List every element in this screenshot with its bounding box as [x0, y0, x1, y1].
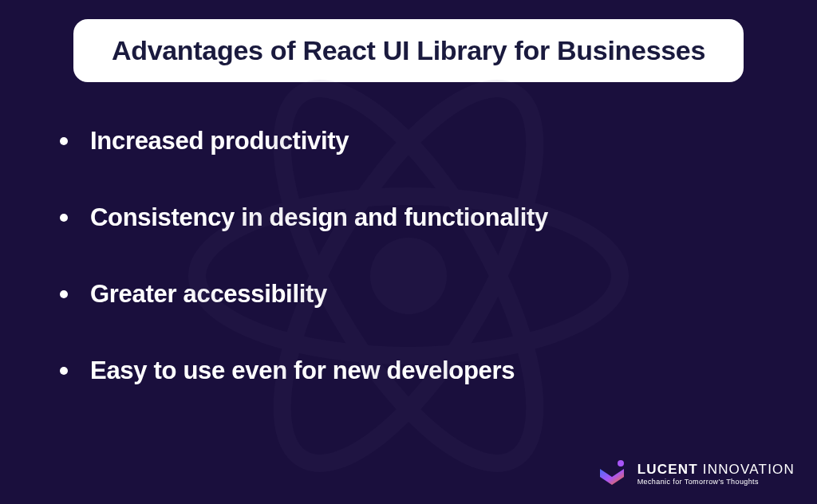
svg-point-4: [618, 460, 624, 467]
svg-point-3: [370, 238, 447, 314]
company-name: LUCENT INNOVATION: [637, 462, 795, 478]
company-tagline: Mechanic for Tomorrow's Thoughts: [637, 478, 795, 487]
company-name-bold: LUCENT: [637, 462, 698, 477]
company-logo-icon: [595, 458, 629, 491]
company-logo-text: LUCENT INNOVATION Mechanic for Tomorrow'…: [637, 462, 795, 487]
company-name-light: INNOVATION: [698, 462, 795, 477]
footer-logo: LUCENT INNOVATION Mechanic for Tomorrow'…: [595, 458, 795, 491]
react-logo-background: [185, 53, 632, 502]
